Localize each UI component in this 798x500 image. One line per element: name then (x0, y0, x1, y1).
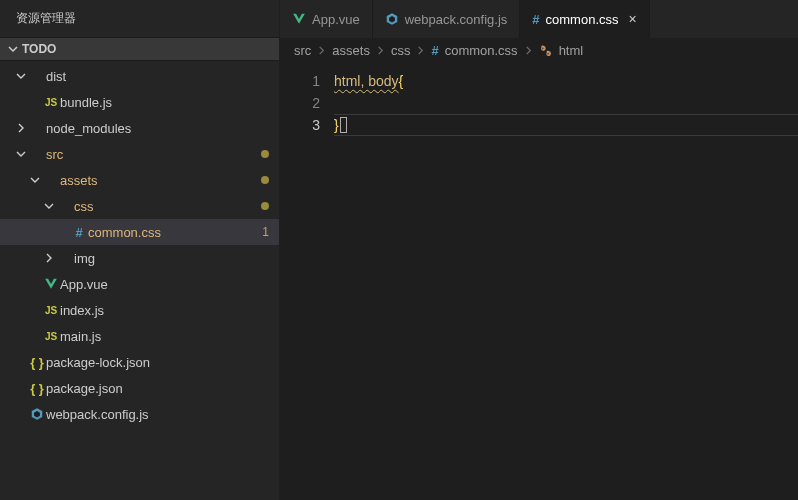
tree-item-assets[interactable]: assets (0, 167, 279, 193)
chevron-right-icon (416, 46, 425, 55)
webpack-icon (385, 12, 399, 26)
line-number: 1 (280, 70, 320, 92)
tree-item-label: common.css (88, 225, 256, 240)
chevron-down-icon (42, 201, 56, 211)
breadcrumb-item[interactable]: assets (332, 43, 370, 58)
breadcrumb[interactable]: srcassetscss#common.csshtml (280, 38, 798, 64)
code-line (334, 92, 798, 114)
tree-item-index-js[interactable]: JSindex.js (0, 297, 279, 323)
tree-item-label: package.json (46, 381, 269, 396)
line-number: 2 (280, 92, 320, 114)
explorer-sidebar: 资源管理器 TODO distJSbundle.jsnode_modulessr… (0, 0, 280, 500)
tab-webpack-config-js[interactable]: webpack.config.js (373, 0, 521, 38)
tree-item-label: index.js (60, 303, 269, 318)
editor-pane: App.vuewebpack.config.js#common.css× src… (280, 0, 798, 500)
js-icon: JS (42, 97, 60, 108)
chevron-down-icon (14, 149, 28, 159)
tree-item-label: bundle.js (60, 95, 269, 110)
webpack-icon (28, 407, 46, 421)
tree-item-src[interactable]: src (0, 141, 279, 167)
file-tree: distJSbundle.jsnode_modulessrcassetscss#… (0, 61, 279, 500)
tree-item-package-json[interactable]: { }package.json (0, 375, 279, 401)
tree-item-label: assets (60, 173, 255, 188)
breadcrumb-item[interactable]: html (559, 43, 584, 58)
tree-item-main-js[interactable]: JSmain.js (0, 323, 279, 349)
modified-badge: 1 (262, 225, 269, 239)
tree-item-img[interactable]: img (0, 245, 279, 271)
tab-app-vue[interactable]: App.vue (280, 0, 373, 38)
line-number: 3 (280, 114, 320, 136)
tree-item-app-vue[interactable]: App.vue (0, 271, 279, 297)
tree-item-node_modules[interactable]: node_modules (0, 115, 279, 141)
tree-item-webpack-config-js[interactable]: webpack.config.js (0, 401, 279, 427)
tree-item-dist[interactable]: dist (0, 63, 279, 89)
text-cursor (340, 117, 347, 133)
chevron-right-icon (42, 253, 56, 263)
tab-bar: App.vuewebpack.config.js#common.css× (280, 0, 798, 38)
brace-open: { (399, 73, 404, 89)
hash-icon: # (532, 12, 539, 27)
explorer-title: 资源管理器 (0, 0, 279, 37)
line-gutter: 1 2 3 (280, 64, 334, 500)
code-line: } (334, 114, 798, 136)
js-icon: JS (42, 305, 60, 316)
chevron-right-icon (376, 46, 385, 55)
tab-label: common.css (546, 12, 619, 27)
tree-item-label: node_modules (46, 121, 269, 136)
modified-dot-icon (261, 150, 269, 158)
chevron-down-icon (6, 44, 20, 54)
tree-item-label: dist (46, 69, 269, 84)
code-content[interactable]: html, body{ } (334, 64, 798, 500)
hash-icon: # (431, 43, 438, 58)
brace-close: } (334, 117, 339, 133)
tree-item-label: src (46, 147, 255, 162)
breadcrumb-item[interactable]: css (391, 43, 411, 58)
tree-item-package-lock-json[interactable]: { }package-lock.json (0, 349, 279, 375)
modified-dot-icon (261, 202, 269, 210)
code-line: html, body{ (334, 70, 798, 92)
tree-item-label: App.vue (60, 277, 269, 292)
symbol-icon (539, 44, 553, 58)
braces-icon: { } (28, 381, 46, 396)
close-icon[interactable]: × (629, 12, 637, 26)
breadcrumb-item[interactable]: src (294, 43, 311, 58)
braces-icon: { } (28, 355, 46, 370)
vue-icon (42, 277, 60, 291)
tab-common-css[interactable]: #common.css× (520, 0, 649, 38)
tree-item-label: webpack.config.js (46, 407, 269, 422)
section-header-todo[interactable]: TODO (0, 37, 279, 61)
tree-item-css[interactable]: css (0, 193, 279, 219)
tab-label: App.vue (312, 12, 360, 27)
hash-icon: # (70, 225, 88, 240)
tree-item-label: package-lock.json (46, 355, 269, 370)
breadcrumb-item[interactable]: common.css (445, 43, 518, 58)
chevron-right-icon (14, 123, 28, 133)
chevron-right-icon (524, 46, 533, 55)
tree-item-common-css[interactable]: #common.css1 (0, 219, 279, 245)
tree-item-bundle-js[interactable]: JSbundle.js (0, 89, 279, 115)
tree-item-label: img (74, 251, 269, 266)
chevron-down-icon (14, 71, 28, 81)
tab-label: webpack.config.js (405, 12, 508, 27)
js-icon: JS (42, 331, 60, 342)
chevron-down-icon (28, 175, 42, 185)
modified-dot-icon (261, 176, 269, 184)
css-selector: html, body (334, 73, 399, 89)
vue-icon (292, 12, 306, 26)
tree-item-label: main.js (60, 329, 269, 344)
code-area[interactable]: 1 2 3 html, body{ } (280, 64, 798, 500)
tree-item-label: css (74, 199, 255, 214)
section-title: TODO (22, 42, 56, 56)
chevron-right-icon (317, 46, 326, 55)
